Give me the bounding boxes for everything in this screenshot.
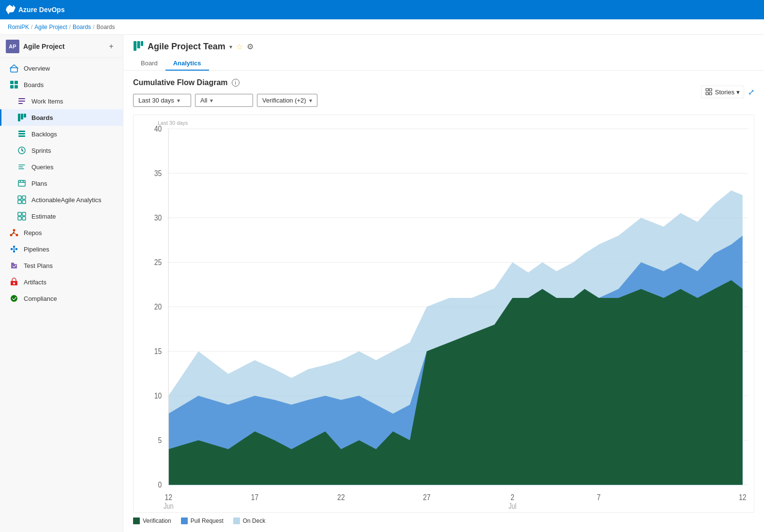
svg-text:15: 15 (154, 347, 162, 356)
tab-board[interactable]: Board (133, 57, 165, 71)
sidebar-item-work-items[interactable]: Work Items (0, 93, 123, 109)
title-chevron-icon[interactable]: ▾ (229, 44, 232, 50)
svg-text:20: 20 (154, 302, 162, 311)
sidebar-item-testplans[interactable]: Test Plans (0, 257, 123, 274)
sidebar-label-compliance: Compliance (24, 295, 57, 302)
svg-text:Jul: Jul (509, 502, 516, 510)
svg-text:30: 30 (154, 213, 162, 222)
svg-text:5: 5 (158, 436, 162, 445)
repos-icon (9, 228, 19, 237)
svg-text:12: 12 (739, 492, 747, 502)
page-title: Agile Project Team (148, 42, 225, 52)
sidebar-item-backlogs[interactable]: Backlogs (0, 126, 123, 142)
sidebar-item-pipelines[interactable]: Pipelines (0, 241, 123, 257)
sidebar-label-backlogs: Backlogs (31, 131, 57, 138)
page-title-row: Agile Project Team ▾ ☆ ⚙ (133, 41, 754, 53)
svg-text:2: 2 (510, 492, 514, 502)
svg-rect-16 (18, 196, 21, 199)
svg-rect-20 (18, 212, 21, 216)
sidebar-item-estimate[interactable]: Estimate (0, 208, 123, 224)
svg-rect-13 (18, 135, 25, 137)
svg-rect-3 (10, 85, 14, 89)
svg-rect-19 (22, 200, 26, 204)
swimlane-filter[interactable]: All ▾ (195, 94, 253, 107)
breadcrumb-agile-project[interactable]: Agile Project (34, 24, 67, 30)
compliance-icon (9, 294, 19, 303)
sidebar-item-actionable[interactable]: ActionableAgile Analytics (0, 192, 123, 208)
home-icon (9, 63, 19, 73)
svg-rect-10 (24, 114, 26, 118)
svg-rect-30 (13, 251, 15, 252)
sidebar-item-boards[interactable]: Boards (0, 109, 123, 126)
work-items-icon (17, 96, 27, 106)
sidebar-item-plans[interactable]: Plans (0, 175, 123, 192)
svg-rect-36 (141, 41, 143, 46)
sidebar-label-boards: Boards (31, 114, 53, 121)
svg-rect-27 (11, 248, 13, 250)
svg-text:35: 35 (154, 169, 162, 178)
svg-rect-21 (22, 212, 26, 216)
top-bar: Azure DevOps (0, 0, 764, 19)
svg-rect-4 (15, 85, 18, 89)
chart-filters: Last 30 days ▾ All ▾ Verification (+2) ▾ (133, 94, 754, 107)
legend-pull-request-label: Pull Request (191, 517, 224, 524)
sidebar: AP Agile Project + Overview Boards (0, 35, 123, 532)
team-settings-icon[interactable]: ⚙ (247, 42, 254, 51)
swimlane-filter-label: All (200, 97, 207, 104)
sidebar-item-overview[interactable]: Overview (0, 60, 123, 76)
testplans-icon (9, 261, 19, 270)
add-project-button[interactable]: + (105, 41, 117, 52)
sidebar-item-repos[interactable]: Repos (0, 224, 123, 241)
tab-analytics[interactable]: Analytics (165, 57, 209, 71)
svg-text:7: 7 (597, 492, 601, 502)
svg-rect-29 (13, 246, 15, 248)
svg-rect-34 (134, 41, 136, 51)
sidebar-item-queries[interactable]: Queries (0, 159, 123, 175)
period-filter[interactable]: Last 30 days ▾ (133, 94, 191, 107)
chart-title: Cumulative Flow Diagram (133, 78, 228, 87)
legend-verification: Verification (133, 517, 171, 524)
svg-rect-22 (18, 217, 21, 220)
sidebar-section-boards[interactable]: Boards (0, 76, 123, 93)
svg-text:22: 22 (337, 492, 345, 502)
sidebar-label-artifacts: Artifacts (24, 279, 46, 286)
sidebar-item-sprints[interactable]: Sprints (0, 142, 123, 159)
content-area: Agile Project Team ▾ ☆ ⚙ Board Analytics… (123, 35, 764, 532)
info-icon[interactable]: i (232, 79, 240, 87)
sidebar-nav: Overview Boards Work Items (0, 58, 123, 309)
sprints-icon (17, 146, 27, 155)
chart-title-row: Cumulative Flow Diagram i (133, 78, 754, 87)
sidebar-project-header: AP Agile Project + (0, 35, 123, 58)
sidebar-label-testplans: Test Plans (24, 262, 53, 269)
app-logo[interactable]: Azure DevOps (6, 5, 65, 15)
sidebar-label-repos: Repos (24, 229, 42, 236)
sidebar-label-estimate: Estimate (31, 213, 56, 220)
svg-rect-7 (18, 103, 23, 104)
svg-text:0: 0 (158, 480, 162, 489)
swimlane-chevron-icon: ▾ (210, 97, 213, 104)
sidebar-label-boards-section: Boards (24, 81, 44, 89)
breadcrumb-boards[interactable]: Boards (73, 24, 91, 30)
chart-container: Last 30 days 0 (133, 115, 754, 513)
svg-text:17: 17 (251, 492, 259, 502)
sidebar-item-artifacts[interactable]: Artifacts (0, 274, 123, 290)
svg-rect-8 (18, 114, 20, 121)
boards-icon (17, 113, 27, 122)
main-layout: AP Agile Project + Overview Boards (0, 35, 764, 532)
columns-filter[interactable]: Verification (+2) ▾ (257, 94, 317, 107)
board-icon (133, 41, 144, 53)
sidebar-item-compliance[interactable]: Compliance (0, 290, 123, 307)
queries-icon (17, 162, 27, 172)
legend-on-deck: On Deck (233, 517, 266, 524)
favorite-icon[interactable]: ☆ (236, 42, 243, 51)
svg-rect-17 (22, 196, 26, 199)
sidebar-label-sprints: Sprints (31, 147, 51, 154)
period-filter-label: Last 30 days (138, 97, 174, 104)
svg-rect-12 (18, 133, 25, 134)
estimate-icon (17, 211, 27, 221)
breadcrumb-romipk[interactable]: RomiPK (8, 24, 29, 30)
artifacts-icon (9, 277, 19, 287)
project-avatar: AP (6, 40, 19, 53)
sidebar-label-pipelines: Pipelines (24, 246, 49, 253)
sidebar-label-plans: Plans (31, 180, 47, 187)
